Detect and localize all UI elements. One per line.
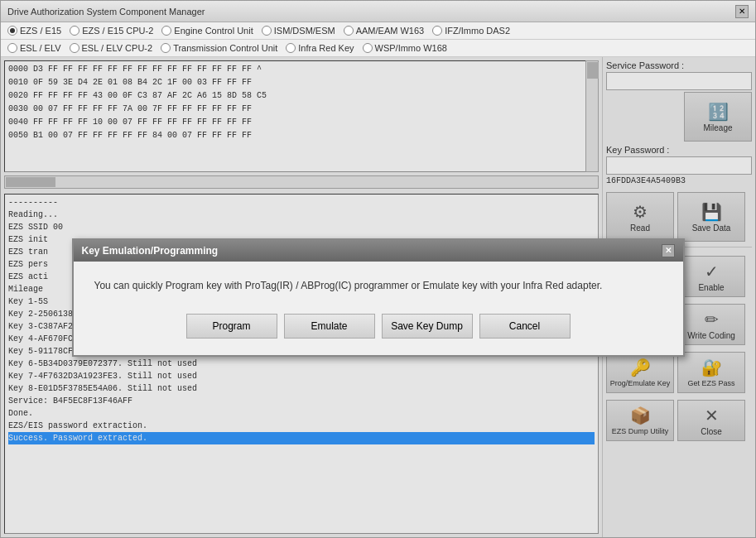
content-area: 0000 D3 FF FF FF FF FF FF FF FF FF FF FF… [1, 57, 755, 537]
radio-ezs_e15_cpu2[interactable]: EZS / E15 CPU-2 [70, 26, 153, 36]
modal-overlay: Key Emulation/Programming ✕ You can quic… [1, 57, 755, 537]
radio-circle-transmission [161, 43, 171, 53]
modal-title: Key Emulation/Programming [82, 245, 219, 257]
radio-label-ism_dsm: ISM/DSM/ESM [274, 26, 335, 36]
modal-title-bar: Key Emulation/Programming ✕ [74, 240, 683, 262]
modal-body: You can quickly Program key with ProTag(… [74, 262, 683, 355]
modal-dialog: Key Emulation/Programming ✕ You can quic… [72, 238, 685, 357]
cancel-button[interactable]: Cancel [479, 314, 571, 339]
save-key-dump-button[interactable]: Save Key Dump [382, 314, 473, 339]
emulate-button[interactable]: Emulate [284, 314, 375, 339]
radio-circle-ezs_e15 [7, 26, 17, 36]
radio-label-engine_control: Engine Control Unit [174, 26, 253, 36]
radio-circle-esl_elv_cpu2 [70, 43, 79, 53]
radio-label-transmission: Transmission Control Unit [173, 43, 277, 53]
radio-transmission[interactable]: Transmission Control Unit [161, 43, 277, 53]
radio-aam_eam[interactable]: AAM/EAM W163 [344, 26, 425, 36]
radio-label-ezs_e15: EZS / E15 [20, 26, 61, 36]
modal-close-button[interactable]: ✕ [662, 244, 675, 257]
radio-ezs_e15[interactable]: EZS / E15 [7, 26, 61, 36]
radio-label-ifz_immo: IFZ/Immo DAS2 [445, 26, 510, 36]
radio-ifz_immo[interactable]: IFZ/Immo DAS2 [432, 26, 510, 36]
radio-wsp_immo[interactable]: WSP/Immo W168 [363, 43, 447, 53]
radio-label-infra_red: Infra Red Key [298, 43, 354, 53]
radio-label-esl_elv_cpu2: ESL / ELV CPU-2 [82, 43, 153, 53]
title-bar: Drive Authorization System Component Man… [1, 1, 755, 22]
radio-label-esl_elv: ESL / ELV [20, 43, 61, 53]
radio-esl_elv_cpu2[interactable]: ESL / ELV CPU-2 [70, 43, 153, 53]
radio-label-ezs_e15_cpu2: EZS / E15 CPU-2 [82, 26, 153, 36]
window-title: Drive Authorization System Component Man… [7, 7, 205, 17]
modal-buttons: Program Emulate Save Key Dump Cancel [94, 314, 662, 339]
radio-circle-wsp_immo [363, 43, 373, 53]
radio-circle-infra_red [286, 43, 296, 53]
radio-infra_red[interactable]: Infra Red Key [286, 43, 354, 53]
radio-circle-ifz_immo [432, 26, 442, 36]
main-window: Drive Authorization System Component Man… [0, 0, 756, 538]
radio-circle-engine_control [161, 26, 171, 36]
radio-row-2: ESL / ELVESL / ELV CPU-2Transmission Con… [1, 40, 755, 57]
radio-row-1: EZS / E15EZS / E15 CPU-2Engine Control U… [1, 22, 755, 40]
radio-label-aam_eam: AAM/EAM W163 [356, 26, 425, 36]
radio-circle-esl_elv [7, 43, 17, 53]
program-button[interactable]: Program [186, 314, 277, 339]
radio-ism_dsm[interactable]: ISM/DSM/ESM [262, 26, 335, 36]
radio-circle-aam_eam [344, 26, 354, 36]
radio-label-wsp_immo: WSP/Immo W168 [375, 43, 447, 53]
radio-engine_control[interactable]: Engine Control Unit [161, 26, 253, 36]
modal-message: You can quickly Program key with ProTag(… [94, 278, 662, 293]
radio-circle-ism_dsm [262, 26, 272, 36]
window-close-button[interactable]: ✕ [735, 5, 749, 18]
radio-circle-ezs_e15_cpu2 [70, 26, 79, 36]
radio-esl_elv[interactable]: ESL / ELV [7, 43, 61, 53]
